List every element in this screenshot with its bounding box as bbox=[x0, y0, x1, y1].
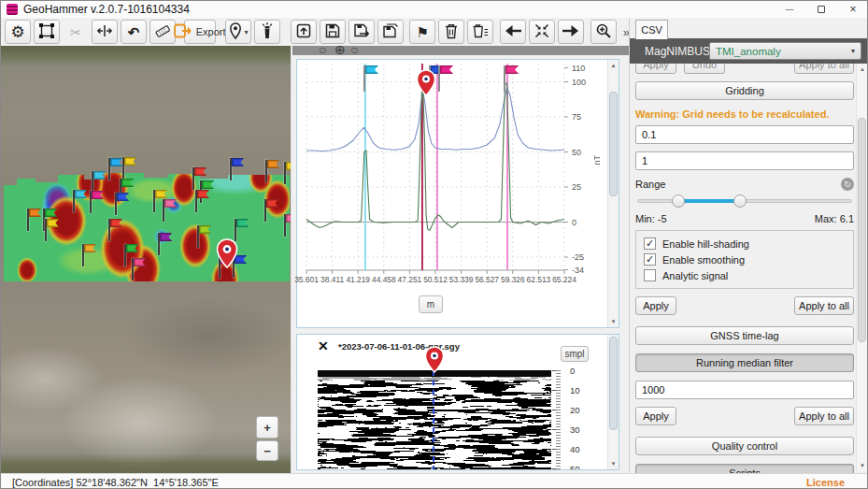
range-slider[interactable] bbox=[637, 194, 852, 208]
map-flag[interactable] bbox=[158, 233, 173, 255]
sample-unit-button[interactable]: smpl bbox=[561, 346, 589, 362]
apply-median-to-all-button[interactable]: Apply to all bbox=[794, 407, 854, 425]
checkbox-unchecked-icon[interactable] bbox=[644, 269, 656, 281]
checkbox-checked-icon[interactable]: ✓ bbox=[644, 237, 656, 250]
map-flag[interactable] bbox=[230, 158, 245, 180]
map-flag[interactable] bbox=[115, 193, 130, 215]
map-flag[interactable] bbox=[195, 190, 210, 212]
flag-pennant bbox=[29, 209, 41, 217]
next-profile-button[interactable] bbox=[558, 20, 584, 44]
marker-circle-crossed-icon[interactable]: ⊕ bbox=[334, 42, 346, 58]
scroll-down-icon[interactable]: ▼ bbox=[608, 316, 619, 327]
zoom-in-button[interactable] bbox=[591, 20, 617, 44]
apply-button-clipped[interactable]: Apply bbox=[635, 64, 676, 74]
gpr-trace-cursor[interactable] bbox=[433, 370, 434, 470]
undo-button-clipped[interactable]: Undo bbox=[684, 64, 725, 74]
apply-to-all-button[interactable]: Apply to all bbox=[794, 296, 854, 315]
gpr-panel[interactable]: ✕ *2023-07-06-11-01-06-gpr.sgy smpl bbox=[296, 334, 619, 470]
chart-scrollbar[interactable]: ▲ ▼ bbox=[607, 60, 619, 327]
chart-flag[interactable] bbox=[363, 65, 378, 93]
cell-size-input[interactable] bbox=[635, 125, 854, 144]
apply-button[interactable]: Apply bbox=[635, 296, 676, 315]
map-flag[interactable] bbox=[90, 191, 105, 213]
blanking-input[interactable] bbox=[635, 151, 854, 170]
marker-tool-button[interactable]: ▾ bbox=[225, 20, 251, 44]
running-median-filter-button[interactable]: Running median filter bbox=[635, 353, 854, 372]
checkbox-checked-icon[interactable]: ✓ bbox=[644, 253, 656, 266]
minimize-button[interactable]: — bbox=[774, 1, 805, 18]
map-flag[interactable] bbox=[45, 219, 60, 241]
map-flag[interactable] bbox=[197, 225, 212, 248]
chart-flag[interactable] bbox=[438, 65, 453, 93]
map-flag[interactable] bbox=[284, 214, 292, 237]
map-flag[interactable] bbox=[73, 190, 88, 212]
gpr-scrollbar-thumb[interactable] bbox=[609, 337, 618, 430]
delete-button[interactable] bbox=[438, 20, 464, 44]
measure-button[interactable] bbox=[149, 20, 176, 44]
checkbox-row-hillshading[interactable]: ✓ Enable hill-shading bbox=[644, 236, 846, 252]
gpr-pin[interactable] bbox=[424, 346, 445, 376]
map-viewport[interactable]: + − bbox=[1, 46, 292, 473]
add-flag-button[interactable]: ⚑ bbox=[409, 20, 435, 44]
chart-flag[interactable] bbox=[504, 65, 519, 93]
map-flag[interactable] bbox=[108, 219, 123, 241]
tab-csv[interactable]: CSV bbox=[635, 20, 668, 39]
settings-button[interactable]: ⚙ bbox=[5, 20, 31, 44]
map-zoom-in-button[interactable]: + bbox=[256, 416, 278, 439]
delete-all-button[interactable] bbox=[467, 20, 493, 44]
panel-scrollbar[interactable]: ▲ ▼ bbox=[856, 64, 868, 471]
slider-handle-high[interactable] bbox=[733, 194, 747, 208]
split-profile-button[interactable] bbox=[92, 20, 118, 44]
map-flag[interactable] bbox=[284, 162, 292, 184]
scroll-down-icon[interactable]: ▼ bbox=[857, 460, 868, 471]
marker-circle-icon[interactable]: ○ bbox=[319, 42, 326, 58]
magnetometry-chart[interactable]: 35.60138.41141.21944.45847.25150.51253.3… bbox=[296, 59, 619, 328]
highlight-tool-button[interactable] bbox=[254, 20, 280, 44]
map-flag[interactable] bbox=[108, 158, 123, 180]
fit-view-button[interactable] bbox=[529, 20, 555, 44]
license-link[interactable]: License bbox=[806, 477, 845, 488]
save-button[interactable] bbox=[320, 20, 346, 44]
channel-dropdown[interactable]: TMI_anomaly ▾ bbox=[709, 42, 861, 60]
undo-button[interactable]: ↶ bbox=[121, 20, 147, 44]
x-axis-unit-button[interactable]: m bbox=[419, 295, 443, 313]
map-flag[interactable] bbox=[132, 258, 147, 280]
prev-profile-button[interactable] bbox=[500, 20, 526, 44]
profile-position-strip[interactable]: ○ ⊕ ○ bbox=[292, 46, 629, 55]
save-all-button[interactable] bbox=[377, 20, 404, 44]
map-flag[interactable] bbox=[82, 244, 97, 266]
map-flag[interactable] bbox=[27, 209, 42, 231]
panel-scrollbar-thumb[interactable] bbox=[858, 118, 866, 342]
flag-pole bbox=[45, 219, 47, 241]
apply-to-all-button-clipped[interactable]: Apply to all bbox=[794, 64, 854, 74]
export-button[interactable]: Export bbox=[184, 20, 216, 44]
chart-scrollbar-thumb[interactable] bbox=[609, 92, 618, 196]
checkbox-row-smoothing[interactable]: ✓ Enable smoothing bbox=[644, 252, 846, 267]
close-gpr-icon[interactable]: ✕ bbox=[318, 338, 329, 353]
map-flag[interactable] bbox=[163, 199, 178, 222]
slider-handle-low[interactable] bbox=[672, 194, 685, 208]
close-button[interactable]: × bbox=[837, 1, 868, 18]
quality-control-button[interactable]: Quality control bbox=[635, 437, 854, 455]
gpr-scrollbar[interactable]: ▼ bbox=[607, 335, 619, 469]
scroll-up-icon[interactable]: ▲ bbox=[857, 64, 868, 75]
map-flag[interactable] bbox=[122, 157, 137, 180]
gridding-button[interactable]: Gridding bbox=[635, 81, 854, 100]
median-window-input[interactable] bbox=[635, 381, 854, 399]
map-selected-pin[interactable] bbox=[216, 238, 238, 271]
checkbox-row-analytic[interactable]: Analytic signal bbox=[644, 267, 846, 283]
open-file-button[interactable] bbox=[291, 20, 317, 44]
map-flag[interactable] bbox=[264, 199, 279, 222]
range-reset-button[interactable]: ↻ bbox=[841, 178, 854, 191]
scroll-up-icon[interactable]: ▲ bbox=[608, 60, 619, 71]
marker-circle-icon[interactable]: ○ bbox=[350, 42, 358, 58]
map-flag[interactable] bbox=[265, 160, 280, 182]
apply-median-button[interactable]: Apply bbox=[635, 407, 676, 425]
maximize-button[interactable] bbox=[805, 1, 837, 18]
map-zoom-out-button[interactable]: − bbox=[256, 440, 278, 461]
scroll-down-icon[interactable]: ▼ bbox=[608, 458, 619, 469]
select-transform-button[interactable] bbox=[34, 20, 60, 44]
save-as-button[interactable] bbox=[349, 20, 375, 44]
cut-button[interactable]: ✂ bbox=[63, 20, 89, 44]
gnss-time-lag-button[interactable]: GNSS time-lag bbox=[635, 326, 854, 345]
